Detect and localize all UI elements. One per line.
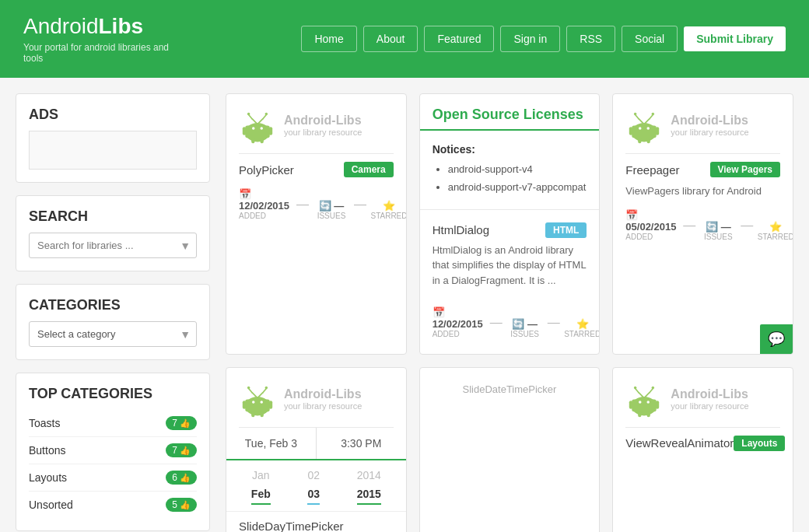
scroll-col-month: Jan Feb	[251, 467, 271, 505]
oss-notice-item-1: android-support-v4	[448, 160, 587, 178]
top-cat-buttons[interactable]: Buttons 7 👍	[29, 437, 197, 464]
card-logo-area-freepager: Android-Libs your library resource	[613, 94, 793, 153]
card-title-row-freepager: Freepager View Pagers	[613, 154, 793, 182]
svg-rect-2	[243, 127, 246, 135]
search-section: SEARCH ▼	[16, 195, 210, 271]
svg-rect-25	[245, 399, 269, 411]
chat-bubble-button[interactable]: 💬	[760, 324, 793, 354]
scroll-02: 02	[307, 467, 320, 484]
stat-starred-val: ⭐	[576, 318, 589, 330]
svg-point-35	[265, 387, 268, 389]
tag-layouts: Layouts	[734, 436, 785, 451]
svg-point-43	[647, 401, 650, 403]
stat-starred-val: ⭐	[769, 221, 782, 233]
stat-date-lbl: ADDED	[239, 212, 266, 220]
top-cat-layouts[interactable]: Layouts 6 👍	[29, 464, 197, 492]
svg-rect-4	[251, 138, 254, 143]
stat-starred: ⭐ STARRED	[756, 221, 793, 241]
android-logo-icon	[625, 107, 663, 144]
card-logo-text: Android-Libs your library resource	[671, 114, 748, 137]
search-input[interactable]	[29, 233, 197, 258]
stat-issues-val: 🔄 —	[319, 200, 345, 212]
thumbup-icon: 👍	[180, 500, 191, 510]
datepicker-time: 3:30 PM	[317, 428, 406, 459]
svg-rect-28	[251, 411, 254, 417]
android-logo-icon	[625, 380, 663, 418]
card-slidedaytimepicker: Android-Libs your library resource Tue, …	[226, 367, 407, 532]
svg-rect-5	[260, 138, 263, 143]
svg-point-11	[265, 113, 268, 115]
nav-home[interactable]: Home	[301, 26, 356, 52]
card-polypicker: Android-Libs your library resource PolyP…	[226, 93, 407, 355]
categories-section: CATEGORIES Select a category Toasts Butt…	[16, 284, 210, 360]
scroll-jan: Jan	[252, 467, 270, 484]
stat-starred-val: ⭐	[383, 200, 395, 212]
svg-point-10	[247, 113, 250, 115]
stat-issues-lbl: ISSUES	[317, 212, 346, 220]
android-logo-icon	[239, 107, 276, 144]
ads-section: ADS	[16, 93, 210, 183]
dash2: —	[741, 219, 753, 233]
oss-lib-tag: HTML	[545, 222, 587, 238]
top-cat-unsorted-label: Unsorted	[29, 499, 73, 511]
android-logo-name: Android-Libs	[284, 387, 362, 401]
logo-area: AndroidLibs Your portal for android libr…	[23, 14, 179, 64]
svg-point-46	[634, 387, 636, 389]
svg-rect-13	[632, 125, 657, 138]
top-cat-layouts-label: Layouts	[29, 471, 67, 484]
stat-issues-lbl: ISSUES	[510, 330, 539, 338]
content-grid: Android-Libs your library resource PolyP…	[226, 93, 793, 532]
svg-rect-3	[269, 127, 272, 135]
ads-box	[29, 131, 197, 170]
lib-name-slide: SlideDayTimePicker	[239, 520, 343, 532]
sidebar: ADS SEARCH ▼ CATEGORIES Select a categor…	[16, 93, 210, 532]
oss-notices-title: Notices:	[433, 143, 587, 156]
android-logo-name: Android-Libs	[284, 114, 362, 128]
category-select[interactable]: Select a category Toasts Buttons Layouts…	[29, 321, 197, 347]
categories-title: CATEGORIES	[29, 297, 197, 313]
svg-point-7	[260, 127, 262, 129]
top-cat-layouts-badge: 6 👍	[166, 471, 197, 485]
stat-date: 📅 12/02/2015 ADDED	[433, 306, 487, 338]
nav-rss[interactable]: RSS	[566, 26, 615, 52]
svg-point-23	[652, 113, 654, 115]
nav-signin[interactable]: Sign in	[500, 26, 560, 52]
svg-point-22	[634, 113, 636, 115]
svg-line-9	[263, 114, 266, 118]
android-logo-sub: your library resource	[671, 128, 748, 137]
nav-about[interactable]: About	[363, 26, 419, 52]
stat-date-lbl: ADDED	[625, 233, 653, 241]
logo-libs: Libs	[99, 14, 144, 38]
top-cat-toasts[interactable]: Toasts 7 👍	[29, 410, 197, 437]
nav-social[interactable]: Social	[622, 26, 678, 52]
nav-submit-library[interactable]: Submit Library	[684, 26, 786, 51]
search-title: SEARCH	[29, 208, 197, 225]
card-title-row: PolyPicker Camera	[226, 154, 406, 182]
card-title-row-slide: SlideDayTimePicker	[226, 512, 406, 532]
nav-featured[interactable]: Featured	[424, 26, 494, 52]
stat-starred: ⭐ STARRED	[563, 318, 601, 338]
android-logo-name: Android-Libs	[671, 387, 748, 401]
card-oss: Open Source Licenses Notices: android-su…	[419, 93, 601, 355]
top-cat-unsorted[interactable]: Unsorted 5 👍	[29, 492, 197, 518]
svg-line-45	[650, 388, 653, 392]
card-logo-area-vra: Android-Libs your library resource	[613, 368, 793, 427]
oss-notices-list: android-support-v4 android-support-v7-ap…	[433, 160, 587, 197]
stat-date-val: 📅 12/02/2015	[433, 306, 487, 330]
svg-point-47	[652, 387, 654, 389]
svg-rect-15	[656, 127, 659, 135]
top-categories-title: TOP CATEGORIES	[29, 386, 197, 402]
search-input-wrap: ▼	[29, 233, 197, 258]
dash1: —	[490, 316, 503, 330]
stat-date: 📅 05/02/2015 ADDED	[625, 209, 680, 241]
android-logo-sub: your library resource	[284, 128, 362, 137]
card-title-row-vra: ViewRevealAnimator Layouts	[613, 428, 793, 456]
oss-lib-name: HtmlDialog	[433, 223, 489, 236]
card-logo-text: Android-Libs your library resource	[284, 387, 362, 411]
top-categories-section: TOP CATEGORIES Toasts 7 👍 Buttons 7 👍 La…	[16, 373, 210, 531]
svg-line-44	[636, 388, 639, 392]
svg-rect-38	[629, 401, 632, 408]
freepager-stats: 📅 05/02/2015 ADDED — 🔄 — ISSUES — ⭐ STAR…	[613, 203, 793, 250]
svg-point-19	[647, 127, 650, 129]
svg-rect-39	[656, 401, 659, 408]
